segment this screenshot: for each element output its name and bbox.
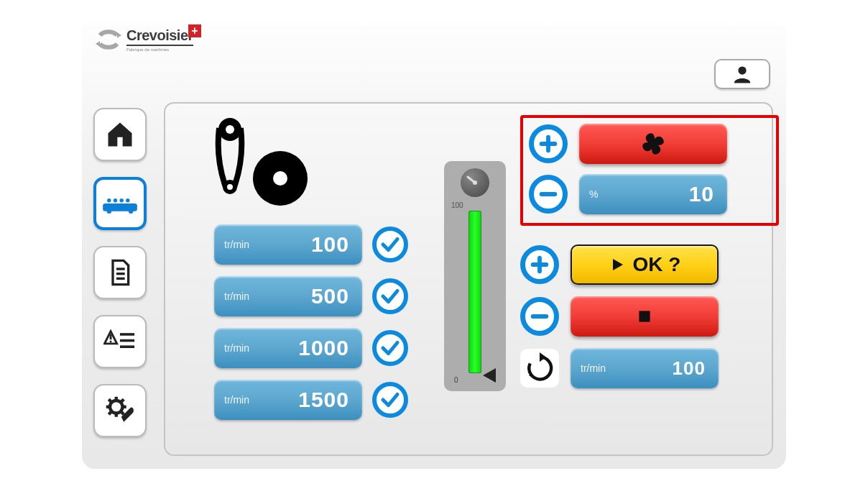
level-gauge: 100 0: [444, 161, 506, 391]
svg-point-31: [227, 184, 233, 190]
svg-point-4: [107, 209, 112, 214]
svg-line-27: [108, 411, 111, 414]
svg-point-29: [226, 125, 234, 134]
plus-icon: [538, 134, 558, 154]
preset-value: 1000: [298, 336, 349, 360]
preset-button-3[interactable]: tr/min 1000: [214, 328, 362, 368]
svg-point-41: [527, 368, 530, 370]
svg-line-26: [121, 399, 124, 402]
svg-marker-37: [613, 259, 623, 270]
fan-unit: %: [589, 188, 598, 200]
play-icon: [609, 256, 626, 273]
gauge-pointer-icon: [483, 368, 496, 383]
user-button[interactable]: [714, 59, 770, 89]
preset-check-4[interactable]: [372, 382, 408, 418]
sidebar-item-home[interactable]: [93, 108, 147, 161]
preset-value: 100: [311, 232, 349, 257]
preset-button-4[interactable]: tr/min 1500: [214, 380, 362, 420]
sidebar-item-alarms[interactable]: [93, 315, 147, 368]
start-ok-button[interactable]: OK ?: [571, 244, 719, 285]
svg-point-8: [119, 198, 123, 202]
svg-point-5: [129, 209, 134, 214]
preset-check-3[interactable]: [372, 330, 408, 366]
pulley-diagram-icon: [201, 115, 323, 209]
svg-rect-38: [639, 311, 650, 321]
preset-row: tr/min 1000: [214, 328, 408, 368]
main-panel: tr/min 100 tr/min 500 tr/min: [164, 102, 773, 456]
preset-value: 500: [311, 284, 349, 309]
gauge-dial-icon: [461, 168, 489, 197]
fan-decrease-button[interactable]: [529, 175, 568, 214]
reload-button[interactable]: [520, 349, 559, 388]
svg-point-40: [528, 365, 530, 367]
preset-value: 1500: [298, 388, 349, 412]
minus-icon: [538, 184, 558, 204]
app-window: Crevoisier Fabrique de machines: [82, 20, 786, 469]
sidebar-item-docs[interactable]: [93, 246, 147, 299]
document-icon: [106, 258, 134, 287]
house-icon: [104, 119, 136, 150]
run-increase-button[interactable]: [520, 245, 559, 284]
swiss-flag-icon: [188, 24, 201, 37]
fan-control-group: % 10: [520, 115, 779, 226]
svg-point-42: [528, 371, 530, 373]
right-controls: % 10 OK ?: [520, 115, 779, 388]
fan-value-display[interactable]: % 10: [579, 174, 727, 214]
svg-point-7: [114, 198, 117, 202]
rotate-icon: [524, 352, 555, 384]
svg-line-25: [121, 411, 124, 414]
stop-button[interactable]: [571, 296, 719, 337]
speed-value: 100: [673, 357, 706, 380]
gauge-max-label: 100: [451, 201, 463, 209]
brand-mark-icon: [93, 24, 124, 55]
gear-wrench-icon: [105, 396, 135, 426]
svg-point-33: [273, 171, 287, 186]
gauge-bar: [468, 211, 481, 373]
preset-check-1[interactable]: [372, 227, 408, 262]
svg-line-24: [108, 399, 111, 402]
alarm-list-icon: [103, 329, 137, 355]
machine-icon: [101, 191, 139, 216]
preset-check-2[interactable]: [372, 278, 408, 314]
speed-presets: tr/min 100 tr/min 500 tr/min: [214, 224, 408, 420]
sidebar-item-settings[interactable]: [93, 384, 147, 437]
run-decrease-button[interactable]: [520, 297, 559, 336]
fan-increase-button[interactable]: [529, 124, 568, 163]
svg-point-43: [529, 375, 531, 377]
check-icon: [379, 389, 401, 411]
gauge-min-label: 0: [454, 376, 458, 384]
preset-button-2[interactable]: tr/min 500: [214, 276, 362, 316]
svg-point-36: [650, 141, 656, 147]
brand-tagline: Fabrique de machines: [126, 47, 193, 52]
check-icon: [379, 337, 401, 359]
preset-unit: tr/min: [224, 394, 249, 406]
stop-icon: [635, 307, 654, 326]
preset-row: tr/min 500: [214, 276, 408, 316]
svg-point-15: [110, 341, 112, 343]
preset-row: tr/min 100: [214, 224, 408, 265]
preset-unit: tr/min: [224, 342, 249, 354]
sidebar-item-machine[interactable]: [93, 177, 147, 230]
ok-label: OK ?: [633, 253, 681, 276]
svg-point-35: [473, 180, 477, 185]
svg-marker-1: [96, 41, 100, 47]
brand-logo: Crevoisier Fabrique de machines: [93, 24, 193, 55]
speed-unit: tr/min: [581, 362, 606, 374]
svg-point-9: [126, 198, 129, 202]
fan-icon: [639, 129, 668, 158]
preset-unit: tr/min: [224, 239, 249, 250]
check-icon: [379, 285, 401, 307]
preset-button-1[interactable]: tr/min 100: [214, 224, 362, 265]
svg-marker-0: [117, 32, 121, 38]
speed-value-display[interactable]: tr/min 100: [571, 348, 719, 388]
svg-marker-39: [540, 352, 546, 362]
fan-toggle-button[interactable]: [579, 124, 727, 164]
preset-unit: tr/min: [224, 291, 249, 302]
svg-point-6: [107, 198, 111, 202]
sidebar: [93, 108, 147, 437]
user-icon: [731, 63, 753, 85]
fan-value: 10: [689, 182, 714, 206]
minus-icon: [530, 306, 550, 326]
preset-row: tr/min 1500: [214, 380, 408, 420]
brand-name: Crevoisier: [126, 27, 193, 46]
